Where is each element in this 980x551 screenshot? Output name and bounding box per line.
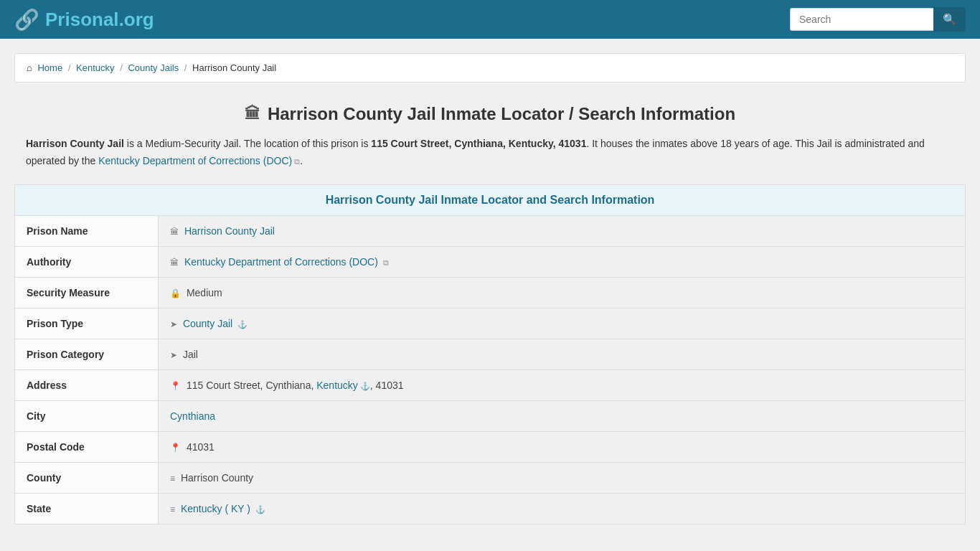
postal-icon: 📍 (170, 443, 181, 453)
table-row: Prison Name 🏛 Harrison County Jail (15, 215, 966, 246)
row-label: Prison Category (15, 339, 159, 369)
table-row: State ≡ Kentucky ( KY ) ⚓ (15, 493, 966, 524)
state-icon: ≡ (170, 504, 175, 514)
row-value: Cynthiana (159, 400, 966, 431)
anchor-icon2: ⚓ (360, 382, 370, 390)
anchor-icon3: ⚓ (255, 505, 265, 514)
row-label: Postal Code (15, 431, 159, 462)
logo-text: Prisonal.org (45, 9, 154, 31)
search-area: 🔍 (790, 7, 966, 32)
breadcrumb-home[interactable]: Home (37, 62, 62, 73)
county-value: Harrison County (181, 472, 253, 484)
breadcrumb-current: Harrison County Jail (192, 62, 276, 73)
logo[interactable]: 🔗 Prisonal.org (14, 8, 154, 32)
table-row: Security Measure 🔒 Medium (15, 277, 966, 308)
row-value: 🏛 Harrison County Jail (159, 215, 966, 246)
page-description: Harrison County Jail is a Medium-Securit… (14, 136, 966, 184)
section-header: Harrison County Jail Inmate Locator and … (14, 184, 966, 215)
row-value: ➤ Jail (159, 339, 966, 369)
table-row: Authority 🏛 Kentucky Department of Corre… (15, 246, 966, 277)
row-value: ≡ Kentucky ( KY ) ⚓ (159, 493, 966, 524)
page-outer: ⌂ Home / Kentucky / County Jails / Harri… (0, 39, 980, 551)
table-row: Address 📍 115 Court Street, Cynthiana, K… (15, 369, 966, 400)
row-value: 🔒 Medium (159, 277, 966, 308)
category-icon: ➤ (170, 350, 177, 360)
location-icon: ➤ (170, 319, 177, 329)
row-value: 🏛 Kentucky Department of Corrections (DO… (159, 246, 966, 277)
jail-name-bold: Harrison County Jail (26, 138, 124, 149)
row-value: 📍 41031 (159, 431, 966, 462)
search-button[interactable]: 🔍 (933, 7, 966, 32)
table-row: Postal Code 📍 41031 (15, 431, 966, 462)
prison-icon: 🏛 (170, 227, 179, 237)
address-bold: 115 Court Street, Cynthiana, Kentucky, 4… (371, 138, 586, 149)
page-title: 🏛 Harrison County Jail Inmate Locator / … (26, 104, 954, 124)
prison-name-link[interactable]: Harrison County Jail (184, 225, 275, 237)
logo-prefix: Prisonal (45, 9, 119, 30)
prison-type-link[interactable]: County Jail (183, 318, 232, 329)
row-label: Prison Type (15, 308, 159, 339)
doc-link[interactable]: Kentucky Department of Corrections (DOC) (98, 155, 292, 166)
row-label: County (15, 462, 159, 493)
breadcrumb-kentucky[interactable]: Kentucky (76, 62, 114, 73)
home-icon: ⌂ (27, 62, 32, 73)
row-value: 📍 115 Court Street, Cynthiana, Kentucky⚓… (159, 369, 966, 400)
county-icon: ≡ (170, 474, 175, 484)
row-label: Authority (15, 246, 159, 277)
address-zip: , 41031 (370, 380, 404, 391)
state-link[interactable]: Kentucky (316, 380, 358, 391)
logo-icon: 🔗 (14, 8, 39, 32)
row-label: City (15, 400, 159, 431)
table-row: Prison Category ➤ Jail (15, 339, 966, 369)
row-label: State (15, 493, 159, 524)
address-icon: 📍 (170, 381, 181, 391)
logo-suffix: .org (119, 9, 154, 30)
breadcrumb: ⌂ Home / Kentucky / County Jails / Harri… (14, 53, 966, 83)
breadcrumb-county-jails[interactable]: County Jails (128, 62, 179, 73)
lock-icon: 🔒 (170, 288, 181, 298)
table-row: City Cynthiana (15, 400, 966, 431)
building-icon: 🏛 (245, 105, 260, 123)
table-row: County ≡ Harrison County (15, 462, 966, 493)
authority-link[interactable]: Kentucky Department of Corrections (DOC) (184, 256, 378, 268)
info-table: Prison Name 🏛 Harrison County Jail Autho… (14, 215, 966, 524)
table-row: Prison Type ➤ County Jail ⚓ (15, 308, 966, 339)
row-label: Prison Name (15, 215, 159, 246)
security-value: Medium (187, 287, 222, 298)
row-label: Address (15, 369, 159, 400)
external-link-icon: ⧉ (294, 157, 300, 166)
search-input[interactable] (790, 8, 933, 31)
info-table-section: Harrison County Jail Inmate Locator and … (14, 184, 966, 524)
page-title-section: 🏛 Harrison County Jail Inmate Locator / … (14, 90, 966, 136)
row-value: ➤ County Jail ⚓ (159, 308, 966, 339)
state-name-link[interactable]: Kentucky ( KY ) (181, 503, 250, 514)
category-value: Jail (183, 349, 198, 360)
anchor-icon: ⚓ (237, 320, 248, 329)
external-icon: ⧉ (383, 258, 389, 267)
postal-value: 41031 (187, 441, 215, 453)
row-label: Security Measure (15, 277, 159, 308)
authority-icon: 🏛 (170, 258, 179, 268)
address-text1: 115 Court Street, Cynthiana, (187, 380, 316, 391)
site-header: 🔗 Prisonal.org 🔍 (0, 0, 980, 39)
row-value: ≡ Harrison County (159, 462, 966, 493)
city-link[interactable]: Cynthiana (170, 410, 215, 422)
